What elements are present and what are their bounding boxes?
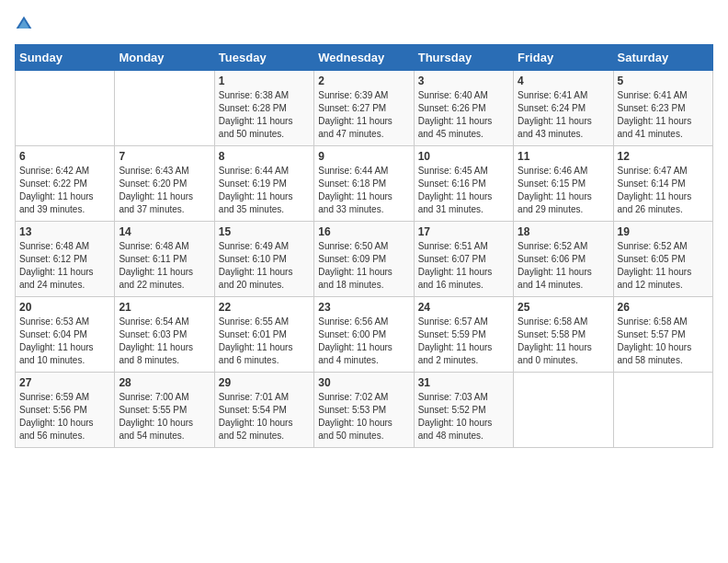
day-number: 23 <box>318 301 409 314</box>
column-header-tuesday: Tuesday <box>214 45 313 71</box>
calendar-cell: 15Sunrise: 6:49 AM Sunset: 6:10 PM Dayli… <box>214 222 313 297</box>
day-number: 3 <box>418 75 509 87</box>
cell-content: Sunrise: 6:49 AM Sunset: 6:10 PM Dayligh… <box>219 240 310 292</box>
week-row: 20Sunrise: 6:53 AM Sunset: 6:04 PM Dayli… <box>16 297 713 373</box>
day-number: 30 <box>318 376 409 389</box>
day-number: 20 <box>19 301 110 314</box>
cell-content: Sunrise: 6:41 AM Sunset: 6:23 PM Dayligh… <box>618 89 709 141</box>
cell-content: Sunrise: 6:58 AM Sunset: 5:57 PM Dayligh… <box>618 316 709 367</box>
cell-content: Sunrise: 6:56 AM Sunset: 6:00 PM Dayligh… <box>318 316 409 367</box>
week-row: 27Sunrise: 6:59 AM Sunset: 5:56 PM Dayli… <box>16 373 713 448</box>
calendar-cell: 6Sunrise: 6:42 AM Sunset: 6:22 PM Daylig… <box>16 146 115 222</box>
calendar-cell: 13Sunrise: 6:48 AM Sunset: 6:12 PM Dayli… <box>16 222 115 297</box>
day-number: 1 <box>219 75 310 87</box>
logo-icon <box>15 15 33 33</box>
cell-content: Sunrise: 6:46 AM Sunset: 6:15 PM Dayligh… <box>518 165 609 216</box>
calendar-cell: 25Sunrise: 6:58 AM Sunset: 5:58 PM Dayli… <box>514 297 613 373</box>
cell-content: Sunrise: 6:58 AM Sunset: 5:58 PM Dayligh… <box>518 316 609 367</box>
calendar-cell: 31Sunrise: 7:03 AM Sunset: 5:52 PM Dayli… <box>414 373 513 448</box>
calendar-cell: 29Sunrise: 7:01 AM Sunset: 5:54 PM Dayli… <box>214 373 313 448</box>
calendar-cell: 5Sunrise: 6:41 AM Sunset: 6:23 PM Daylig… <box>613 71 712 146</box>
day-number: 7 <box>119 150 210 163</box>
day-number: 18 <box>518 225 609 238</box>
cell-content: Sunrise: 6:53 AM Sunset: 6:04 PM Dayligh… <box>19 316 110 367</box>
calendar-cell: 27Sunrise: 6:59 AM Sunset: 5:56 PM Dayli… <box>16 373 115 448</box>
day-number: 15 <box>219 225 310 238</box>
calendar-cell: 2Sunrise: 6:39 AM Sunset: 6:27 PM Daylig… <box>314 71 414 146</box>
calendar-cell: 16Sunrise: 6:50 AM Sunset: 6:09 PM Dayli… <box>314 222 414 297</box>
calendar-cell: 17Sunrise: 6:51 AM Sunset: 6:07 PM Dayli… <box>414 222 513 297</box>
calendar-cell: 18Sunrise: 6:52 AM Sunset: 6:06 PM Dayli… <box>514 222 613 297</box>
calendar-cell: 21Sunrise: 6:54 AM Sunset: 6:03 PM Dayli… <box>115 297 214 373</box>
week-row: 1Sunrise: 6:38 AM Sunset: 6:28 PM Daylig… <box>16 71 713 146</box>
calendar-table: SundayMondayTuesdayWednesdayThursdayFrid… <box>15 44 713 448</box>
day-number: 4 <box>518 75 609 87</box>
calendar-cell: 23Sunrise: 6:56 AM Sunset: 6:00 PM Dayli… <box>314 297 414 373</box>
calendar-cell: 26Sunrise: 6:58 AM Sunset: 5:57 PM Dayli… <box>613 297 712 373</box>
day-number: 22 <box>219 301 310 314</box>
day-number: 25 <box>518 301 609 314</box>
week-row: 6Sunrise: 6:42 AM Sunset: 6:22 PM Daylig… <box>16 146 713 222</box>
day-number: 2 <box>318 75 409 87</box>
calendar-cell: 9Sunrise: 6:44 AM Sunset: 6:18 PM Daylig… <box>314 146 414 222</box>
cell-content: Sunrise: 6:55 AM Sunset: 6:01 PM Dayligh… <box>219 316 310 367</box>
day-number: 16 <box>318 225 409 238</box>
header-row: SundayMondayTuesdayWednesdayThursdayFrid… <box>16 45 713 71</box>
calendar-cell: 8Sunrise: 6:44 AM Sunset: 6:19 PM Daylig… <box>214 146 313 222</box>
cell-content: Sunrise: 6:39 AM Sunset: 6:27 PM Dayligh… <box>318 89 409 141</box>
cell-content: Sunrise: 6:42 AM Sunset: 6:22 PM Dayligh… <box>19 165 110 216</box>
calendar-cell <box>115 71 214 146</box>
day-number: 27 <box>19 376 110 389</box>
day-number: 26 <box>618 301 709 314</box>
cell-content: Sunrise: 6:48 AM Sunset: 6:12 PM Dayligh… <box>19 240 110 292</box>
day-number: 14 <box>119 225 210 238</box>
cell-content: Sunrise: 6:59 AM Sunset: 5:56 PM Dayligh… <box>19 391 110 442</box>
day-number: 9 <box>318 150 409 163</box>
day-number: 28 <box>119 376 210 389</box>
column-header-saturday: Saturday <box>613 45 712 71</box>
cell-content: Sunrise: 6:48 AM Sunset: 6:11 PM Dayligh… <box>119 240 210 292</box>
cell-content: Sunrise: 6:44 AM Sunset: 6:19 PM Dayligh… <box>219 165 310 216</box>
calendar-cell: 7Sunrise: 6:43 AM Sunset: 6:20 PM Daylig… <box>115 146 214 222</box>
day-number: 19 <box>618 225 709 238</box>
cell-content: Sunrise: 7:02 AM Sunset: 5:53 PM Dayligh… <box>318 391 409 442</box>
day-number: 21 <box>119 301 210 314</box>
calendar-cell: 3Sunrise: 6:40 AM Sunset: 6:26 PM Daylig… <box>414 71 513 146</box>
calendar-cell: 4Sunrise: 6:41 AM Sunset: 6:24 PM Daylig… <box>514 71 613 146</box>
column-header-thursday: Thursday <box>414 45 513 71</box>
calendar-cell: 14Sunrise: 6:48 AM Sunset: 6:11 PM Dayli… <box>115 222 214 297</box>
calendar-cell: 19Sunrise: 6:52 AM Sunset: 6:05 PM Dayli… <box>613 222 712 297</box>
cell-content: Sunrise: 6:47 AM Sunset: 6:14 PM Dayligh… <box>618 165 709 216</box>
calendar-cell: 11Sunrise: 6:46 AM Sunset: 6:15 PM Dayli… <box>514 146 613 222</box>
column-header-friday: Friday <box>514 45 613 71</box>
day-number: 12 <box>618 150 709 163</box>
column-header-monday: Monday <box>115 45 214 71</box>
day-number: 29 <box>219 376 310 389</box>
cell-content: Sunrise: 6:51 AM Sunset: 6:07 PM Dayligh… <box>418 240 509 292</box>
week-row: 13Sunrise: 6:48 AM Sunset: 6:12 PM Dayli… <box>16 222 713 297</box>
cell-content: Sunrise: 6:43 AM Sunset: 6:20 PM Dayligh… <box>119 165 210 216</box>
page-header <box>15 15 713 33</box>
day-number: 8 <box>219 150 310 163</box>
cell-content: Sunrise: 6:41 AM Sunset: 6:24 PM Dayligh… <box>518 89 609 141</box>
calendar-cell: 12Sunrise: 6:47 AM Sunset: 6:14 PM Dayli… <box>613 146 712 222</box>
calendar-cell <box>613 373 712 448</box>
column-header-wednesday: Wednesday <box>314 45 414 71</box>
column-header-sunday: Sunday <box>16 45 115 71</box>
calendar-cell: 28Sunrise: 7:00 AM Sunset: 5:55 PM Dayli… <box>115 373 214 448</box>
day-number: 24 <box>418 301 509 314</box>
calendar-cell <box>16 71 115 146</box>
calendar-cell: 10Sunrise: 6:45 AM Sunset: 6:16 PM Dayli… <box>414 146 513 222</box>
day-number: 11 <box>518 150 609 163</box>
calendar-cell: 1Sunrise: 6:38 AM Sunset: 6:28 PM Daylig… <box>214 71 313 146</box>
cell-content: Sunrise: 6:57 AM Sunset: 5:59 PM Dayligh… <box>418 316 509 367</box>
calendar-cell: 24Sunrise: 6:57 AM Sunset: 5:59 PM Dayli… <box>414 297 513 373</box>
day-number: 5 <box>618 75 709 87</box>
cell-content: Sunrise: 6:54 AM Sunset: 6:03 PM Dayligh… <box>119 316 210 367</box>
cell-content: Sunrise: 6:45 AM Sunset: 6:16 PM Dayligh… <box>418 165 509 216</box>
cell-content: Sunrise: 7:01 AM Sunset: 5:54 PM Dayligh… <box>219 391 310 442</box>
calendar-cell: 30Sunrise: 7:02 AM Sunset: 5:53 PM Dayli… <box>314 373 414 448</box>
day-number: 10 <box>418 150 509 163</box>
cell-content: Sunrise: 6:38 AM Sunset: 6:28 PM Dayligh… <box>219 89 310 141</box>
logo <box>15 15 37 33</box>
